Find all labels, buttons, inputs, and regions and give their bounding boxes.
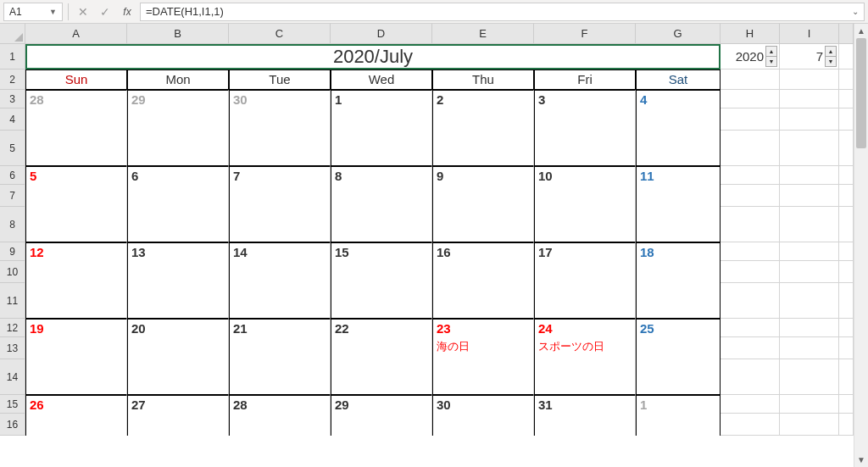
day-text[interactable] (127, 414, 229, 436)
blank-cell[interactable] (780, 185, 839, 207)
blank-cell[interactable] (721, 108, 780, 131)
calendar-title[interactable]: 2020/July (25, 44, 721, 69)
day-text[interactable] (534, 414, 636, 436)
day-8[interactable]: 8 (331, 166, 432, 185)
formula-input[interactable]: =DATE(H1,I1,1) ⌄ (140, 3, 865, 21)
spin-up-icon[interactable]: ▲ (766, 47, 776, 57)
day-spacer[interactable] (432, 283, 534, 319)
blank-cell[interactable] (721, 131, 780, 166)
day-spacer[interactable] (127, 131, 229, 166)
day-text[interactable] (229, 185, 331, 207)
blank-cell[interactable] (780, 359, 839, 395)
blank-cell[interactable] (721, 261, 780, 283)
blank-cell[interactable] (721, 337, 780, 359)
blank-cell[interactable] (839, 108, 854, 131)
day-7[interactable]: 7 (229, 166, 331, 185)
day-16[interactable]: 16 (432, 242, 534, 261)
blank-cell[interactable] (839, 283, 854, 319)
day-spacer[interactable] (25, 207, 127, 242)
day-text[interactable] (636, 261, 721, 283)
day-3[interactable]: 3 (534, 90, 636, 108)
blank-cell[interactable] (839, 337, 854, 359)
day-29[interactable]: 29 (331, 395, 432, 414)
blank-cell[interactable] (721, 185, 780, 207)
day-text[interactable] (331, 108, 432, 131)
blank-cell[interactable] (780, 108, 839, 131)
day-text[interactable] (636, 185, 721, 207)
blank-cell[interactable] (780, 395, 839, 414)
blank-cell[interactable] (780, 283, 839, 319)
day-spacer[interactable] (127, 207, 229, 242)
column-header-I[interactable]: I (780, 24, 839, 44)
blank-cell[interactable] (839, 207, 854, 242)
scroll-track[interactable] (854, 38, 868, 453)
column-header-C[interactable]: C (229, 24, 331, 44)
day-text[interactable] (127, 108, 229, 131)
spin-down-icon[interactable]: ▼ (766, 57, 776, 66)
column-header-D[interactable]: D (331, 24, 432, 44)
blank-cell[interactable] (839, 395, 854, 414)
row-header-4[interactable]: 4 (0, 108, 25, 131)
day-24[interactable]: 24 (534, 319, 636, 337)
day-29[interactable]: 29 (127, 90, 229, 108)
blank-cell[interactable] (721, 166, 780, 185)
blank-cell[interactable] (780, 337, 839, 359)
blank-cell[interactable] (780, 69, 839, 90)
blank-cell[interactable] (780, 414, 839, 436)
day-1[interactable]: 1 (636, 395, 721, 414)
day-5[interactable]: 5 (25, 166, 127, 185)
day-text[interactable] (331, 337, 432, 359)
spreadsheet-grid[interactable]: A B C D E F G H I 12020/July2020▲▼7▲▼2Su… (0, 24, 854, 467)
blank-cell[interactable] (721, 207, 780, 242)
day-spacer[interactable] (127, 359, 229, 395)
day-spacer[interactable] (636, 131, 721, 166)
day-text[interactable] (25, 414, 127, 436)
expand-formula-bar-icon[interactable]: ⌄ (852, 7, 859, 16)
blank-cell[interactable] (721, 359, 780, 395)
day-28[interactable]: 28 (25, 90, 127, 108)
blank-cell[interactable] (780, 319, 839, 337)
row-header-16[interactable]: 16 (0, 414, 25, 436)
day-text[interactable] (229, 337, 331, 359)
dow-sun[interactable]: Sun (25, 69, 127, 90)
vertical-scrollbar[interactable]: ▲ ▼ (854, 24, 868, 467)
day-spacer[interactable] (229, 207, 331, 242)
year-spinner-buttons[interactable]: ▲▼ (765, 46, 777, 67)
blank-cell[interactable] (839, 69, 854, 90)
row-header-3[interactable]: 3 (0, 90, 25, 108)
day-spacer[interactable] (25, 283, 127, 319)
scroll-down-icon[interactable]: ▼ (854, 453, 868, 467)
day-30[interactable]: 30 (229, 90, 331, 108)
blank-cell[interactable] (839, 319, 854, 337)
day-13[interactable]: 13 (127, 242, 229, 261)
day-spacer[interactable] (25, 131, 127, 166)
day-text[interactable] (432, 261, 534, 283)
row-header-11[interactable]: 11 (0, 283, 25, 319)
day-text[interactable] (127, 185, 229, 207)
day-text[interactable] (432, 414, 534, 436)
day-11[interactable]: 11 (636, 166, 721, 185)
insert-function-icon[interactable]: fx (118, 3, 136, 21)
scroll-up-icon[interactable]: ▲ (854, 24, 868, 38)
blank-cell[interactable] (780, 261, 839, 283)
month-spinner-buttons[interactable]: ▲▼ (825, 46, 837, 67)
day-spacer[interactable] (534, 207, 636, 242)
column-header-F[interactable]: F (534, 24, 636, 44)
day-spacer[interactable] (127, 283, 229, 319)
blank-cell[interactable] (780, 166, 839, 185)
row-header-8[interactable]: 8 (0, 207, 25, 242)
row-header-15[interactable]: 15 (0, 395, 25, 414)
blank-cell[interactable] (839, 359, 854, 395)
row-header-14[interactable]: 14 (0, 359, 25, 395)
day-text[interactable] (432, 108, 534, 131)
day-spacer[interactable] (331, 283, 432, 319)
column-header-B[interactable]: B (127, 24, 229, 44)
scroll-thumb[interactable] (856, 38, 866, 148)
day-text[interactable] (534, 261, 636, 283)
blank-cell[interactable] (839, 185, 854, 207)
day-17[interactable]: 17 (534, 242, 636, 261)
row-header-5[interactable]: 5 (0, 131, 25, 166)
day-spacer[interactable] (534, 283, 636, 319)
month-spinner[interactable]: 7▲▼ (780, 44, 839, 69)
blank-cell[interactable] (839, 414, 854, 436)
